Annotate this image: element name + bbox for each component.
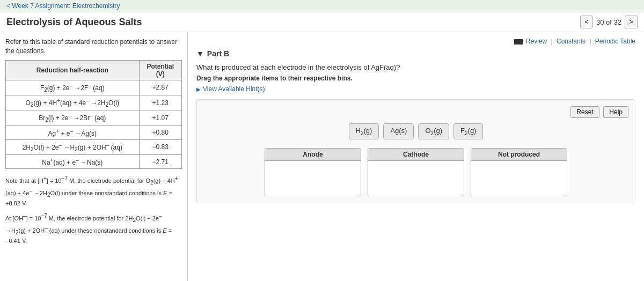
separator2: | <box>589 38 592 45</box>
table-row: O2(g) + 4H+(aq) + 4e– →2H2O(l) +1.23 <box>6 95 182 110</box>
action-buttons: Reset Help <box>203 106 628 118</box>
constants-link[interactable]: Constants <box>557 38 586 45</box>
reaction-cell: O2(g) + 4H+(aq) + 4e– →2H2O(l) <box>6 95 140 110</box>
not-produced-label: Not produced <box>471 149 567 161</box>
reaction-cell: Br2(l) + 2e– →2Br– (aq) <box>6 110 140 125</box>
page-title-bar: Electrolysis of Aqueous Salts < 30 of 32… <box>0 12 644 32</box>
right-panel: Review | Constants | Periodic Table ▼ Pa… <box>188 32 644 281</box>
hint-link[interactable]: View Available Hint(s) <box>196 85 635 93</box>
top-nav: < Week 7 Assignment: Electrochemistry <box>0 0 644 12</box>
drag-item-f2g[interactable]: F2(g) <box>453 123 483 139</box>
page-count: 30 of 32 <box>596 18 621 26</box>
left-panel: Refer to this table of standard reductio… <box>0 32 188 281</box>
potential-cell: +0.80 <box>139 125 181 139</box>
drop-bin-not-produced[interactable]: Not produced <box>471 148 567 196</box>
reset-button[interactable]: Reset <box>570 106 599 118</box>
separator1: | <box>551 38 554 45</box>
potential-cell: +2.87 <box>139 80 181 95</box>
not-produced-content <box>471 161 567 193</box>
prev-button[interactable]: < <box>580 16 593 28</box>
note1-text: Note that at [H+] = 10−7 M, the electrod… <box>5 174 182 208</box>
drag-item-o2g[interactable]: O2(g) <box>418 123 449 139</box>
resources-bar: Review | Constants | Periodic Table <box>196 38 635 45</box>
cathode-content <box>368 161 464 193</box>
question-text: What is produced at each electrode in th… <box>196 63 635 71</box>
reaction-cell: Na+(aq) + e– →Na(s) <box>6 155 140 169</box>
collapse-arrow[interactable]: ▼ <box>196 49 204 58</box>
next-button[interactable]: > <box>625 16 638 28</box>
pagination: < 30 of 32 > <box>580 16 638 28</box>
potential-cell: +1.07 <box>139 110 181 125</box>
main-layout: Refer to this table of standard reductio… <box>0 32 644 281</box>
drop-bin-cathode[interactable]: Cathode <box>368 148 464 196</box>
drop-bins: Anode Cathode Not produced <box>203 148 628 196</box>
table-row: Br2(l) + 2e– →2Br– (aq) +1.07 <box>6 110 182 125</box>
intro-text: Refer to this table of standard reductio… <box>5 38 182 56</box>
drop-bin-anode[interactable]: Anode <box>265 148 361 196</box>
potential-cell: −2.71 <box>139 155 181 169</box>
part-b-header: ▼ Part B <box>196 49 635 58</box>
cathode-label: Cathode <box>368 149 464 161</box>
help-button[interactable]: Help <box>603 106 628 118</box>
table-header-potential: Potential(V) <box>139 60 181 80</box>
page-title: Electrolysis of Aqueous Salts <box>6 17 142 28</box>
review-icon <box>514 39 523 45</box>
reaction-cell: Ag+ + e– →Ag(s) <box>6 125 140 139</box>
content-area: Reset Help H2(g) Ag(s) O2(g) F2(g) Anode… <box>196 99 635 203</box>
review-link[interactable]: Review <box>526 38 547 45</box>
draggable-items: H2(g) Ag(s) O2(g) F2(g) <box>203 123 628 139</box>
table-row: F2(g) + 2e– →2F– (aq) +2.87 <box>6 80 182 95</box>
potential-cell: +1.23 <box>139 95 181 110</box>
table-row: Na+(aq) + e– →Na(s) −2.71 <box>6 155 182 169</box>
note2-text: At [OH–] = 10−7 M, the electrode potenti… <box>5 212 182 245</box>
part-b-label: Part B <box>207 49 229 58</box>
drag-item-h2g[interactable]: H2(g) <box>349 123 379 139</box>
table-row: Ag+ + e– →Ag(s) +0.80 <box>6 125 182 139</box>
periodic-table-link[interactable]: Periodic Table <box>595 38 635 45</box>
reaction-cell: 2H2O(l) + 2e– →H2(g) + 2OH– (aq) <box>6 139 140 154</box>
drag-instruction: Drag the appropriate items to their resp… <box>196 75 635 82</box>
anode-label: Anode <box>265 149 361 161</box>
reduction-table: Reduction half-reaction Potential(V) F2(… <box>5 60 182 169</box>
reaction-cell: F2(g) + 2e– →2F– (aq) <box>6 80 140 95</box>
anode-content <box>265 161 361 193</box>
drag-item-ags[interactable]: Ag(s) <box>383 123 414 139</box>
table-row: 2H2O(l) + 2e– →H2(g) + 2OH– (aq) −0.83 <box>6 139 182 154</box>
back-nav-link[interactable]: < Week 7 Assignment: Electrochemistry <box>6 2 120 10</box>
table-header-reaction: Reduction half-reaction <box>6 60 140 80</box>
potential-cell: −0.83 <box>139 139 181 154</box>
